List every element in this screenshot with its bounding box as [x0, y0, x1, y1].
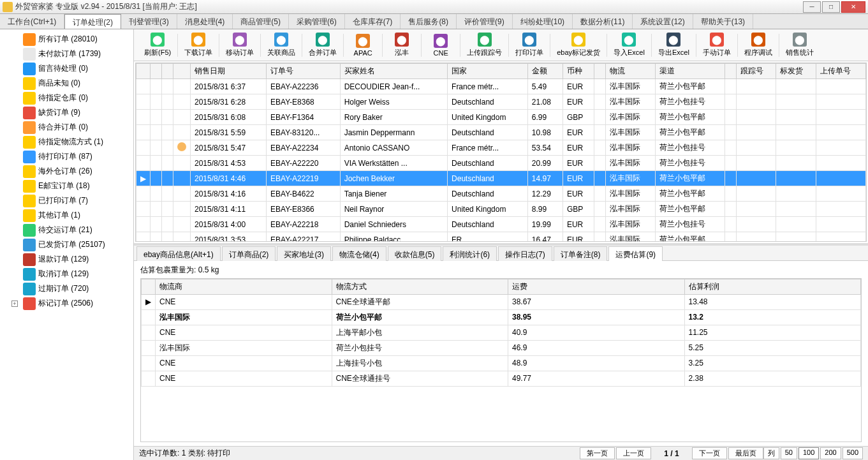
sidebar-item[interactable]: +标记订单 (2506)	[0, 296, 133, 311]
column-header[interactable]: 渠道	[655, 64, 725, 79]
toolbar-button[interactable]: ⬤下载订单	[179, 31, 217, 59]
column-header[interactable]	[142, 279, 156, 294]
table-row[interactable]: ▶2015/8/31 4:46EBAY-A22219Jochen BekkerD…	[136, 171, 866, 186]
table-row[interactable]: 2015/8/31 4:00EBAY-A22218Daniel Schniede…	[136, 217, 866, 232]
column-header[interactable]: 物流商	[156, 279, 332, 294]
toolbar-button[interactable]: ⬤刷新(F5)	[139, 31, 176, 59]
main-tab[interactable]: 仓库库存(7)	[345, 14, 401, 29]
pager-next[interactable]: 下一页	[692, 447, 727, 459]
toolbar-button[interactable]: ⬤导入Excel	[608, 31, 650, 59]
toolbar-button[interactable]: ⬤销售统计	[781, 31, 819, 59]
column-header[interactable]	[136, 64, 151, 79]
toolbar-button[interactable]: ⬤合并订单	[304, 31, 342, 59]
detail-tab[interactable]: 运费估算(9)	[608, 246, 663, 261]
toolbar-button[interactable]: ⬤ebay标记发货	[552, 31, 605, 59]
tree-expander[interactable]: +	[11, 300, 18, 307]
page-size-button[interactable]: 50	[781, 447, 797, 459]
toolbar-button[interactable]: ⬤移动订单	[221, 31, 259, 59]
table-row[interactable]: 2015/8/31 6:28EBAY-E8368Holger WeissDeut…	[136, 94, 866, 110]
column-header[interactable]: 物流方式	[332, 279, 508, 294]
window-close[interactable]: ✕	[841, 1, 865, 13]
column-header[interactable]: 买家姓名	[340, 64, 447, 79]
detail-tab[interactable]: 收款信息(5)	[388, 246, 442, 261]
pager-last[interactable]: 最后页	[728, 447, 763, 459]
main-tab[interactable]: 订单处理(2)	[64, 14, 121, 29]
sidebar-item[interactable]: 留言待处理 (0)	[0, 61, 133, 76]
window-minimize[interactable]: ─	[803, 1, 821, 13]
table-row[interactable]: 泓丰国际荷兰小包平邮38.9513.2	[142, 309, 861, 325]
shipping-grid[interactable]: 物流商物流方式运费估算利润 ▶CNECNE全球通平邮38.6713.48泓丰国际…	[140, 278, 862, 443]
toolbar-button[interactable]: ⬤泓丰	[384, 31, 420, 59]
main-tab[interactable]: 纠纷处理(10)	[513, 14, 573, 29]
column-header[interactable]: 物流	[605, 64, 655, 79]
column-header[interactable]	[162, 64, 173, 79]
toolbar-button[interactable]: ⬤手动订单	[698, 31, 736, 59]
column-header[interactable]: 国家	[448, 64, 528, 79]
sidebar-item[interactable]: 退款订单 (129)	[0, 252, 133, 267]
toolbar-button[interactable]: ⬤程序调试	[739, 31, 777, 59]
sidebar-item[interactable]: 待指定仓库 (0)	[0, 91, 133, 105]
detail-tab[interactable]: 利润统计(6)	[443, 246, 497, 261]
sidebar-item[interactable]: 待合并订单 (0)	[0, 120, 133, 135]
table-row[interactable]: 2015/8/31 3:53EBAY-A22217Philippe Baldac…	[136, 232, 866, 242]
table-row[interactable]: CNE上海挂号小包48.93.25	[142, 355, 861, 371]
table-row[interactable]: 2015/8/31 4:11EBAY-E8366Neil RaynorUnite…	[136, 202, 866, 217]
sidebar-item[interactable]: 待交运订单 (21)	[0, 223, 133, 237]
sidebar-item[interactable]: E邮宝订单 (18)	[0, 179, 133, 193]
sidebar-item[interactable]: 商品未知 (0)	[0, 76, 133, 91]
column-header[interactable]: 销售日期	[191, 64, 267, 79]
column-header[interactable]: 跟踪号	[736, 64, 776, 79]
detail-tab[interactable]: 订单备注(8)	[554, 246, 608, 261]
toolbar-button[interactable]: ⬤关联商品	[262, 31, 300, 59]
sidebar-item[interactable]: 过期订单 (720)	[0, 281, 133, 296]
pager-first[interactable]: 第一页	[580, 447, 615, 459]
toolbar-button[interactable]: ⬤上传跟踪号	[462, 31, 507, 59]
page-size-button[interactable]: 100	[798, 447, 819, 459]
detail-tab[interactable]: 订单商品(2)	[222, 246, 276, 261]
table-row[interactable]: CNECNE全球通挂号49.772.38	[142, 371, 861, 386]
pager-prev[interactable]: 上一页	[616, 447, 651, 459]
main-tab[interactable]: 售后服务(8)	[401, 14, 457, 29]
sidebar-item[interactable]: 缺货订单 (9)	[0, 105, 133, 120]
column-header[interactable]	[151, 64, 162, 79]
column-header[interactable]: 金额	[527, 64, 563, 79]
window-maximize[interactable]: □	[822, 1, 840, 13]
toolbar-button[interactable]: ⬤打印订单	[510, 31, 548, 59]
main-tab[interactable]: 系统设置(12)	[633, 14, 693, 29]
table-row[interactable]: 泓丰国际荷兰小包挂号46.95.25	[142, 340, 861, 355]
sidebar-item[interactable]: 待指定物流方式 (1)	[0, 135, 133, 149]
page-size-button[interactable]: 500	[842, 447, 863, 459]
table-row[interactable]: 2015/8/31 4:16EBAY-B4622Tanja BienerDeut…	[136, 186, 866, 202]
table-row[interactable]: 2015/8/31 5:59EBAY-83120...Jasmin Depper…	[136, 125, 866, 140]
table-row[interactable]: 2015/8/31 6:08EBAY-F1364Rory BakerUnited…	[136, 110, 866, 125]
sidebar-item[interactable]: 所有订单 (28010)	[0, 32, 133, 47]
page-size-button[interactable]: 列	[763, 447, 779, 459]
sidebar-item[interactable]: 未付款订单 (1739)	[0, 47, 133, 61]
main-tab[interactable]: 帮助关于(13)	[693, 14, 753, 29]
table-row[interactable]: 2015/8/31 6:37EBAY-A22236DECOUDIER Jean-…	[136, 79, 866, 94]
detail-tab[interactable]: 物流仓储(4)	[332, 246, 386, 261]
main-tab[interactable]: 评价管理(9)	[457, 14, 513, 29]
column-header[interactable]: 标发货	[776, 64, 816, 79]
sidebar-item[interactable]: 已打印订单 (7)	[0, 193, 133, 208]
orders-grid[interactable]: 销售日期订单号买家姓名国家金额币种物流渠道跟踪号标发货上传单号 2015/8/3…	[135, 63, 867, 242]
detail-tab[interactable]: 买家地址(3)	[277, 246, 331, 261]
sidebar-item[interactable]: 取消订单 (129)	[0, 267, 133, 281]
main-tab[interactable]: 商品管理(5)	[233, 14, 289, 29]
page-size-button[interactable]: 200	[820, 447, 841, 459]
table-row[interactable]: 2015/8/31 5:47EBAY-A22234Antonio CASSANO…	[136, 140, 866, 156]
toolbar-button[interactable]: ⬤导出Excel	[653, 31, 695, 59]
main-tab[interactable]: 刊登管理(3)	[121, 14, 177, 29]
main-tab[interactable]: 工作台(Ctrl+1)	[0, 14, 64, 29]
table-row[interactable]: ▶CNECNE全球通平邮38.6713.48	[142, 294, 861, 309]
detail-tab[interactable]: ebay商品信息(Alt+1)	[136, 246, 221, 261]
detail-tab[interactable]: 操作日志(7)	[498, 246, 552, 261]
sidebar-item[interactable]: 海外仓订单 (26)	[0, 164, 133, 179]
table-row[interactable]: 2015/8/31 4:53EBAY-A22220VIA Werkstätten…	[136, 156, 866, 171]
main-tab[interactable]: 消息处理(4)	[177, 14, 233, 29]
column-header[interactable]	[725, 64, 736, 79]
column-header[interactable]: 上传单号	[816, 64, 865, 79]
column-header[interactable]: 运费	[508, 279, 685, 294]
toolbar-button[interactable]: ⬤CNE	[423, 33, 459, 58]
column-header[interactable]	[173, 64, 191, 79]
